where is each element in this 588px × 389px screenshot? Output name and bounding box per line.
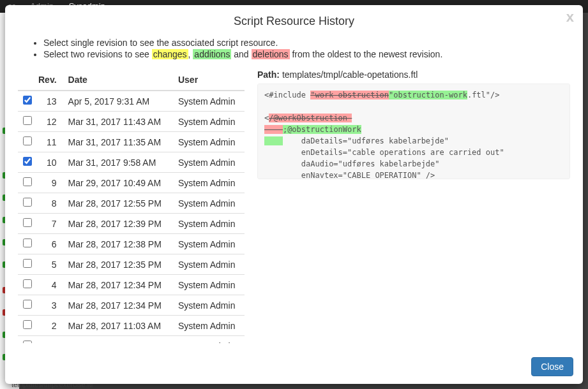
table-row[interactable]: 10Mar 31, 2017 9:58 AMSystem Admin [18, 152, 245, 173]
user-cell: System Admin [173, 234, 245, 254]
rev-cell: 9 [33, 173, 63, 193]
table-row[interactable]: 1Mar 28, 2017 10:46 AMSystem Admin [18, 336, 245, 344]
table-row[interactable]: 11Mar 31, 2017 11:35 AMSystem Admin [18, 132, 245, 152]
user-cell: System Admin [173, 316, 245, 336]
close-button[interactable]: Close [531, 357, 573, 376]
diff-del [264, 125, 283, 134]
rev-cell: 5 [33, 254, 63, 275]
user-cell: System Admin [173, 254, 245, 275]
rev-cell: 6 [33, 234, 63, 254]
table-row[interactable]: 7Mar 28, 2017 12:39 PMSystem Admin [18, 214, 245, 234]
rev-cell: 12 [33, 112, 63, 132]
table-row[interactable]: 2Mar 28, 2017 11:03 AMSystem Admin [18, 316, 245, 336]
rev-cell: 10 [33, 152, 63, 173]
table-row[interactable]: 12Mar 31, 2017 11:43 AMSystem Admin [18, 112, 245, 132]
rev-cell: 1 [33, 336, 63, 344]
revision-checkbox[interactable] [23, 300, 32, 309]
path-line: Path: templates/tmpl/cable-opetations.ft… [257, 70, 570, 80]
date-cell: Apr 5, 2017 9:31 AM [63, 91, 173, 112]
diff-del: "work-obstruction [310, 91, 389, 99]
revision-checkbox[interactable] [23, 279, 32, 288]
col-rev: Rev. [33, 70, 63, 91]
instructions: Select single revision to see the associ… [18, 38, 570, 70]
date-cell: Mar 28, 2017 12:34 PM [63, 295, 173, 316]
table-row[interactable]: 9Mar 29, 2017 10:49 AMSystem Admin [18, 173, 245, 193]
highlight-changes: changes [152, 49, 188, 59]
instruction-line: Select two revisions to see changes, add… [43, 49, 570, 59]
date-cell: Mar 31, 2017 11:43 AM [63, 112, 173, 132]
diff-add: "obstruction-work [389, 91, 467, 99]
revision-checkbox[interactable] [23, 136, 32, 145]
script-history-modal: x Script Resource History Select single … [5, 5, 583, 384]
date-cell: Mar 28, 2017 12:34 PM [63, 275, 173, 295]
user-cell: System Admin [173, 173, 245, 193]
diff-viewer: <#include "work-obstruction"obstruction-… [257, 84, 570, 179]
table-row[interactable]: 3Mar 28, 2017 12:34 PMSystem Admin [18, 295, 245, 316]
revision-checkbox[interactable] [23, 177, 32, 186]
user-cell: System Admin [173, 193, 245, 214]
path-value: templates/tmpl/cable-opetations.ftl [282, 70, 418, 80]
highlight-deletions: deletions [252, 49, 290, 59]
modal-title: Script Resource History [15, 15, 573, 28]
col-date: Date [63, 70, 173, 91]
revision-checkbox[interactable] [23, 96, 32, 105]
rev-cell: 3 [33, 295, 63, 316]
col-check [18, 70, 33, 91]
user-cell: System Admin [173, 132, 245, 152]
user-cell: System Admin [173, 295, 245, 316]
date-cell: Mar 28, 2017 11:03 AM [63, 316, 173, 336]
rev-cell: 7 [33, 214, 63, 234]
user-cell: System Admin [173, 214, 245, 234]
table-row[interactable]: 6Mar 28, 2017 12:38 PMSystem Admin [18, 234, 245, 254]
rev-cell: 13 [33, 91, 63, 112]
revision-checkbox[interactable] [23, 198, 32, 207]
rev-cell: 2 [33, 316, 63, 336]
user-cell: System Admin [173, 91, 245, 112]
revision-table: Rev. Date User 13Apr 5, 2017 9:31 AMSyst… [18, 70, 245, 343]
instruction-line: Select single revision to see the associ… [43, 38, 570, 48]
close-icon[interactable]: x [566, 10, 574, 24]
table-row[interactable]: 8Mar 28, 2017 12:55 PMSystem Admin [18, 193, 245, 214]
date-cell: Mar 28, 2017 12:35 PM [63, 254, 173, 275]
date-cell: Mar 31, 2017 9:58 AM [63, 152, 173, 173]
diff-add: ;@obstructionWork [283, 125, 361, 134]
revision-checkbox[interactable] [23, 218, 32, 227]
date-cell: Mar 28, 2017 12:39 PM [63, 214, 173, 234]
revision-checkbox[interactable] [23, 341, 32, 343]
diff-del: /@workObstruction [269, 114, 352, 122]
rev-cell: 4 [33, 275, 63, 295]
table-row[interactable]: 4Mar 28, 2017 12:34 PMSystem Admin [18, 275, 245, 295]
diff-add [264, 136, 283, 145]
table-row[interactable]: 5Mar 28, 2017 12:35 PMSystem Admin [18, 254, 245, 275]
date-cell: Mar 28, 2017 12:38 PM [63, 234, 173, 254]
date-cell: Mar 29, 2017 10:49 AM [63, 173, 173, 193]
user-cell: System Admin [173, 112, 245, 132]
revision-checkbox[interactable] [23, 239, 32, 247]
revision-checkbox[interactable] [23, 157, 32, 166]
path-label: Path: [257, 70, 280, 80]
rev-cell: 8 [33, 193, 63, 214]
revision-checkbox[interactable] [23, 259, 32, 268]
date-cell: Mar 31, 2017 11:35 AM [63, 132, 173, 152]
user-cell: System Admin [173, 152, 245, 173]
highlight-additions: additions [193, 49, 231, 59]
date-cell: Mar 28, 2017 12:55 PM [63, 193, 173, 214]
revision-checkbox[interactable] [23, 116, 32, 125]
user-cell: System Admin [173, 275, 245, 295]
rev-cell: 11 [33, 132, 63, 152]
user-cell: System Admin [173, 336, 245, 344]
col-user: User [173, 70, 245, 91]
table-row[interactable]: 13Apr 5, 2017 9:31 AMSystem Admin [18, 91, 245, 112]
revision-checkbox[interactable] [23, 320, 32, 329]
date-cell: Mar 28, 2017 10:46 AM [63, 336, 173, 344]
